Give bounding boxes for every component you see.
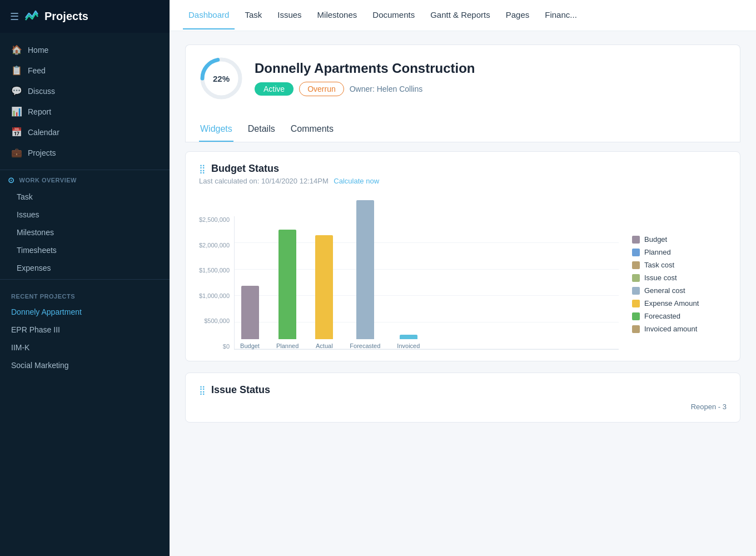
work-overview-icon: ⊙ xyxy=(8,176,15,185)
recent-project-epr-phase-iii[interactable]: EPR Phase III xyxy=(0,321,170,339)
y-axis-label: $500,000 xyxy=(204,317,230,324)
main-area: DashboardTaskIssuesMilestonesDocumentsGa… xyxy=(170,0,756,556)
tab-comments[interactable]: Comments xyxy=(290,120,335,142)
legend-item-budget: Budget xyxy=(632,235,727,244)
legend-item-planned: Planned xyxy=(632,248,727,256)
sidebar-nav-item-feed[interactable]: 📋Feed xyxy=(0,60,170,81)
work-item-issues[interactable]: Issues xyxy=(0,206,170,224)
recent-project-iim-k[interactable]: IIM-K xyxy=(0,339,170,356)
sidebar-nav-item-report[interactable]: 📊Report xyxy=(0,101,170,122)
menu-icon[interactable]: ☰ xyxy=(10,11,19,23)
budget-chart-area: $2,500,000$2,000,000$1,500,000$1,000,000… xyxy=(199,194,727,350)
bar-label-budget: Budget xyxy=(240,342,260,349)
work-item-milestones[interactable]: Milestones xyxy=(0,224,170,241)
recent-projects-section: RECENT PROJECTSDonnely AppartmentEPR Pha… xyxy=(0,280,170,379)
topnav-pages[interactable]: Pages xyxy=(500,1,535,29)
budget-status-card: ⣿ Budget Status Last calculated on: 10/1… xyxy=(185,151,740,361)
recent-project-donnely-appartment[interactable]: Donnely Appartment xyxy=(0,303,170,321)
nav-icon-home: 🏠 xyxy=(11,44,22,55)
legend-item-general-cost: General cost xyxy=(632,286,727,295)
bar-label-forecasted: Forecasted xyxy=(350,342,380,349)
topnav-issues[interactable]: Issues xyxy=(272,1,307,29)
chart-legend: BudgetPlannedTask costIssue costGeneral … xyxy=(632,235,727,350)
legend-label: Invoiced amount xyxy=(644,325,697,333)
legend-swatch xyxy=(632,249,640,256)
budget-grid-icon: ⣿ xyxy=(199,163,206,174)
bar-group-budget: Budget xyxy=(240,286,260,349)
topnav-dashboard[interactable]: Dashboard xyxy=(183,1,235,29)
project-name: Donnelly Apartments Construction xyxy=(255,61,727,76)
app-title: Projects xyxy=(44,10,88,23)
work-overview-section: ⊙ WORK OVERVIEW TaskIssuesMilestonesTime… xyxy=(0,170,170,280)
legend-label: General cost xyxy=(644,286,685,295)
legend-swatch xyxy=(632,274,640,282)
legend-swatch xyxy=(632,325,640,333)
progress-circle: 22% xyxy=(199,56,243,101)
bar-label-actual: Actual xyxy=(316,342,333,349)
budget-subtitle: Last calculated on: 10/14/2020 12:14PM C… xyxy=(199,177,727,185)
bar-planned xyxy=(278,230,296,339)
topnav-financ...[interactable]: Financ... xyxy=(539,1,583,29)
nav-icon-discuss: 💬 xyxy=(11,86,22,96)
sidebar-nav-item-discuss[interactable]: 💬Discuss xyxy=(0,81,170,101)
legend-swatch xyxy=(632,312,640,320)
issue-grid-icon: ⣿ xyxy=(199,385,206,395)
work-item-expenses[interactable]: Expenses xyxy=(0,259,170,277)
legend-label: Budget xyxy=(644,235,667,244)
content-area: 22% Donnelly Apartments Construction Act… xyxy=(170,31,756,556)
y-axis-label: $0 xyxy=(223,343,230,350)
bar-label-invoiced: Invoiced xyxy=(397,342,420,349)
progress-percent: 22% xyxy=(213,74,230,83)
page-tabs: WidgetsDetailsComments xyxy=(185,112,740,142)
issue-status-card: ⣿ Issue Status Reopen - 3 xyxy=(185,373,740,423)
bar-group-actual: Actual xyxy=(315,235,333,349)
budget-title-row: ⣿ Budget Status xyxy=(199,163,727,175)
bar-group-forecasted: Forecasted xyxy=(350,200,380,349)
sidebar-nav-item-calendar[interactable]: 📅Calendar xyxy=(0,122,170,142)
overrun-badge: Overrun xyxy=(299,82,344,96)
recent-projects-label: RECENT PROJECTS xyxy=(0,284,170,303)
bar-label-planned: Planned xyxy=(276,342,299,349)
work-item-timesheets[interactable]: Timesheets xyxy=(0,241,170,259)
issue-title: Issue Status xyxy=(211,384,270,396)
legend-item-forecasted: Forecasted xyxy=(632,312,727,320)
work-item-task[interactable]: Task xyxy=(0,188,170,206)
legend-label: Task cost xyxy=(644,261,674,269)
tab-widgets[interactable]: Widgets xyxy=(199,120,233,142)
calculate-now-link[interactable]: Calculate now xyxy=(334,177,379,185)
project-badges: Active Overrun Owner: Helen Collins xyxy=(255,82,727,96)
project-owner: Owner: Helen Collins xyxy=(350,85,423,93)
chart-inner: $2,500,000$2,000,000$1,500,000$1,000,000… xyxy=(199,194,619,350)
project-header: 22% Donnelly Apartments Construction Act… xyxy=(185,44,740,112)
issue-title-row: ⣿ Issue Status xyxy=(199,384,727,396)
sidebar-nav-item-home[interactable]: 🏠Home xyxy=(0,39,170,60)
y-axis-label: $2,500,000 xyxy=(199,216,230,223)
sidebar: ☰ Projects 🏠Home📋Feed💬Discuss📊Report📅Cal… xyxy=(0,0,170,556)
sidebar-header: ☰ Projects xyxy=(0,0,170,33)
topnav-task[interactable]: Task xyxy=(239,1,267,29)
work-overview-label: WORK OVERVIEW xyxy=(19,177,77,183)
bar-invoiced xyxy=(400,335,417,339)
tab-details[interactable]: Details xyxy=(247,120,276,142)
topnav-milestones[interactable]: Milestones xyxy=(312,1,363,29)
legend-item-issue-cost: Issue cost xyxy=(632,274,727,282)
topnav-gantt&reports[interactable]: Gantt & Reports xyxy=(425,1,496,29)
bar-budget xyxy=(241,286,259,339)
logo-icon xyxy=(24,9,39,24)
work-overview-header: ⊙ WORK OVERVIEW xyxy=(0,172,170,188)
budget-title: Budget Status xyxy=(211,163,279,175)
y-axis-label: $1,000,000 xyxy=(199,292,230,299)
sidebar-nav: 🏠Home📋Feed💬Discuss📊Report📅Calendar💼Proje… xyxy=(0,33,170,170)
nav-icon-calendar: 📅 xyxy=(11,127,22,137)
nav-icon-feed: 📋 xyxy=(11,65,22,76)
recent-project-social-marketing[interactable]: Social Marketing xyxy=(0,356,170,374)
legend-item-task-cost: Task cost xyxy=(632,261,727,269)
reopen-text: Reopen - 3 xyxy=(691,403,727,411)
sidebar-nav-item-projects[interactable]: 💼Projects xyxy=(0,142,170,163)
y-axis-label: $2,000,000 xyxy=(199,242,230,249)
y-axis-label: $1,500,000 xyxy=(199,267,230,274)
topnav-documents[interactable]: Documents xyxy=(367,1,420,29)
legend-item-expense-amount: Expense Amount xyxy=(632,299,727,307)
bar-group-invoiced: Invoiced xyxy=(397,335,420,349)
y-axis: $2,500,000$2,000,000$1,500,000$1,000,000… xyxy=(199,216,234,350)
